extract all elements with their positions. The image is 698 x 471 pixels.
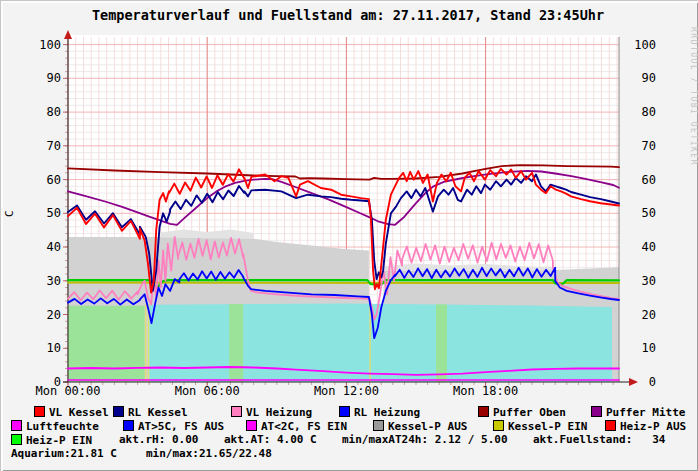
y-tick-label-left: 50 — [47, 206, 61, 220]
y-tick-label-left: 90 — [47, 71, 61, 85]
y-tick-label-right: 30 — [642, 274, 656, 288]
rrdtool-watermark: RRDTOOL / TOBI OETIKER — [688, 27, 698, 166]
y-tick-label-left: 100 — [39, 38, 61, 52]
x-axis-arrow — [629, 378, 638, 386]
y-tick-label-left: 20 — [47, 308, 61, 322]
y-tick-label-right: 40 — [642, 240, 656, 254]
y-tick-label-left: 80 — [47, 105, 61, 119]
chart-svg: 0010102020303040405050606070708080909010… — [1, 1, 698, 471]
heiz-p-ein-area — [68, 306, 145, 382]
rrd-graph: Temperaturverlauf und Fuellstand am: 27.… — [0, 0, 698, 471]
x-tick-label: Mon 12:00 — [314, 384, 379, 398]
y-tick-label-right: 100 — [634, 38, 656, 52]
x-tick-label: Mon 06:00 — [175, 384, 240, 398]
y-tick-label-right: 70 — [642, 139, 656, 153]
x-tick-label: Mon 18:00 — [453, 384, 518, 398]
heiz-p-ein-stripe-2 — [436, 304, 447, 382]
y-tick-label-left: 40 — [47, 240, 61, 254]
y-tick-label-right: 80 — [642, 105, 656, 119]
y-tick-label-left: 10 — [47, 341, 61, 355]
kessel-p-ein-stripe-1 — [145, 304, 146, 382]
y-tick-label-right: 90 — [642, 71, 656, 85]
y-tick-label-right: 0 — [649, 375, 656, 389]
y-axis-arrow — [64, 30, 72, 39]
y-tick-label-right: 10 — [642, 341, 656, 355]
x-tick-label: Mon 00:00 — [35, 384, 100, 398]
y-tick-label-left: 60 — [47, 173, 61, 187]
heiz-p-ein-stripe-1 — [229, 304, 243, 382]
y-tick-label-right: 60 — [642, 173, 656, 187]
y-tick-label-left: 70 — [47, 139, 61, 153]
y-tick-label-left: 30 — [47, 274, 61, 288]
y-tick-label-right: 50 — [642, 206, 656, 220]
kessel-p-ein-stripe-3 — [369, 303, 370, 382]
y-tick-label-right: 20 — [642, 308, 656, 322]
